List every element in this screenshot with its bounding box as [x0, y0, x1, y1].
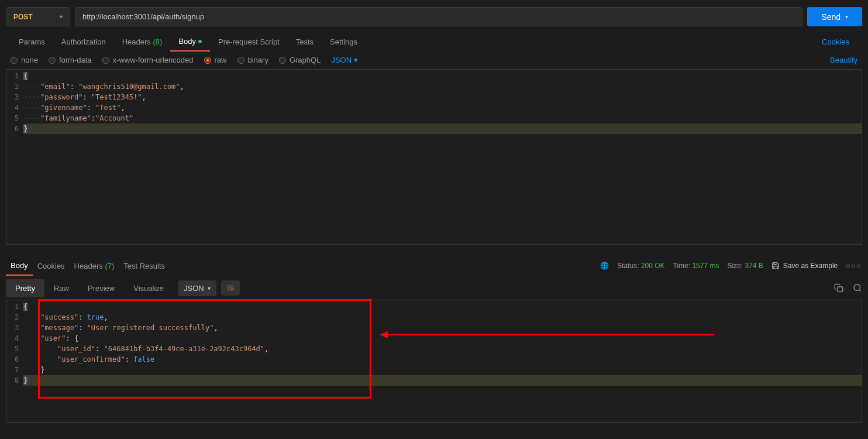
body-type-formdata[interactable]: form-data — [49, 56, 92, 64]
dot-indicator-icon — [198, 40, 202, 43]
cookies-link[interactable]: Cookies — [814, 33, 857, 51]
copy-icon[interactable] — [834, 283, 843, 293]
body-type-urlencoded[interactable]: x-www-form-urlencoded — [102, 56, 194, 64]
search-icon[interactable] — [853, 283, 862, 293]
response-tab-body[interactable]: Body — [6, 256, 33, 276]
method-label: POST — [13, 13, 33, 21]
tab-prerequest[interactable]: Pre-request Script — [210, 33, 288, 51]
radio-icon — [11, 57, 18, 64]
wrap-icon — [226, 284, 235, 292]
svg-point-3 — [854, 284, 860, 291]
response-body-editor[interactable]: 12345678 { "success": true, "message": "… — [6, 300, 862, 423]
send-button[interactable]: Send ▾ — [807, 7, 862, 26]
globe-icon[interactable]: 🌐 — [600, 262, 609, 270]
chevron-down-icon: ▾ — [60, 13, 63, 20]
chevron-down-icon: ▾ — [208, 285, 211, 291]
chevron-down-icon: ▾ — [354, 56, 358, 64]
method-select[interactable]: POST ▾ — [6, 7, 70, 26]
body-type-raw[interactable]: raw — [204, 56, 227, 64]
request-body-editor[interactable]: 123456 {····"email": "wangchris510@gmail… — [6, 69, 862, 245]
response-format-select[interactable]: JSON ▾ — [178, 280, 216, 296]
beautify-link[interactable]: Beautify — [830, 56, 857, 64]
radio-icon — [279, 57, 286, 64]
radio-icon — [237, 57, 244, 64]
tab-tests[interactable]: Tests — [288, 33, 322, 51]
view-mode-tabs: Pretty Raw Preview Visualize JSON ▾ — [0, 276, 868, 300]
view-visualize[interactable]: Visualize — [124, 279, 173, 297]
body-type-none[interactable]: none — [11, 56, 38, 64]
save-as-example-button[interactable]: Save as Example — [771, 262, 838, 270]
wrap-lines-button[interactable] — [221, 280, 240, 296]
request-tabs: Params Authorization Headers (8) Body Pr… — [0, 31, 868, 52]
time-label: Time: 1577 ms — [673, 262, 719, 270]
body-type-row: none form-data x-www-form-urlencoded raw… — [0, 52, 868, 69]
view-preview[interactable]: Preview — [78, 279, 124, 297]
response-tab-headers[interactable]: Headers (7) — [70, 257, 119, 275]
view-pretty[interactable]: Pretty — [6, 279, 44, 297]
tab-headers[interactable]: Headers (8) — [114, 33, 171, 51]
body-type-graphql[interactable]: GraphQL — [279, 56, 321, 64]
radio-icon — [204, 57, 211, 64]
radio-icon — [102, 57, 109, 64]
annotation-arrow — [381, 334, 714, 335]
svg-line-4 — [859, 290, 861, 291]
tab-body[interactable]: Body — [170, 32, 210, 52]
save-icon — [771, 262, 780, 270]
body-format-select[interactable]: JSON ▾ — [331, 56, 358, 64]
response-tabs: Body Cookies Headers (7) Test Results 🌐 … — [0, 255, 868, 276]
status-label: Status: 200 OK — [617, 262, 664, 270]
url-input[interactable] — [75, 7, 802, 26]
view-raw[interactable]: Raw — [44, 279, 78, 297]
radio-icon — [49, 57, 56, 64]
body-type-binary[interactable]: binary — [237, 56, 268, 64]
tab-authorization[interactable]: Authorization — [53, 33, 114, 51]
chevron-down-icon: ▾ — [845, 13, 848, 20]
svg-rect-2 — [838, 287, 843, 292]
tab-settings[interactable]: Settings — [322, 33, 366, 51]
size-label: Size: 374 B — [727, 262, 763, 270]
send-label: Send — [821, 12, 841, 22]
more-icon[interactable]: ○○○ — [846, 262, 862, 270]
response-tab-testresults[interactable]: Test Results — [119, 257, 170, 275]
tab-params[interactable]: Params — [11, 33, 53, 51]
response-tab-cookies[interactable]: Cookies — [33, 257, 70, 275]
